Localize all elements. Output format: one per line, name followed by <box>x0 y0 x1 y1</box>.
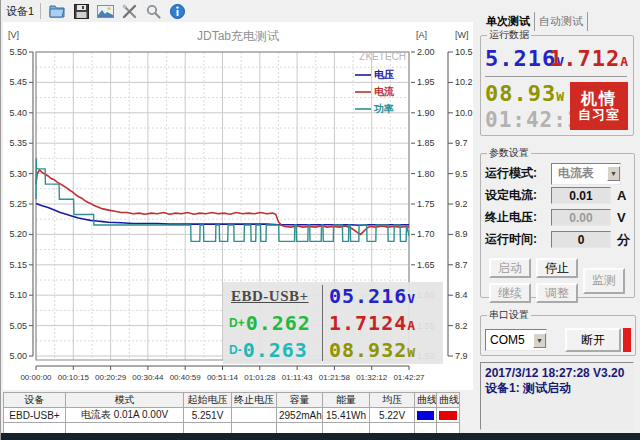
run-mode-select[interactable]: 电流表▼ <box>551 163 621 185</box>
svg-text:1.70: 1.70 <box>417 229 435 239</box>
run-data-separator <box>485 76 627 77</box>
svg-text:1.90: 1.90 <box>417 108 435 118</box>
table-cell <box>437 408 460 423</box>
set-current-label: 设定电流: <box>485 187 551 204</box>
svg-text:5.05: 5.05 <box>9 321 27 331</box>
svg-text:7.9: 7.9 <box>455 351 468 361</box>
device-tab-label[interactable]: 设备1 <box>6 4 34 19</box>
zoom-search-icon[interactable] <box>142 2 164 21</box>
svg-text:ZKETECH: ZKETECH <box>359 51 406 62</box>
run-time-input[interactable]: 0 <box>551 231 611 248</box>
continue-button[interactable]: 继续 <box>489 283 531 303</box>
svg-text:9.5: 9.5 <box>455 169 468 179</box>
com-port-select[interactable]: COM5▼ <box>485 329 547 351</box>
app-window: 设备1 JDTab充电测试 [V]5.505.455.405.355.305.2… <box>0 0 640 440</box>
table-header-cell: 容量 <box>277 393 323 408</box>
table-header-cell: 均压 <box>370 393 415 408</box>
monitor-button[interactable]: 监测 <box>583 268 625 294</box>
window-bottom-edge <box>1 433 640 440</box>
svg-text:01:11:43: 01:11:43 <box>282 373 313 382</box>
overlay-power: 08.932W <box>323 338 441 362</box>
svg-text:5.15: 5.15 <box>9 260 27 270</box>
settings-tools-icon[interactable] <box>118 2 140 21</box>
chart-panel: JDTab充电测试 [V]5.505.455.405.355.305.255.2… <box>3 22 473 390</box>
set-current-input[interactable]: 0.01 <box>551 187 611 204</box>
param-settings-title: 参数设置 <box>487 146 531 160</box>
stop-button[interactable]: 停止 <box>536 258 578 278</box>
run-mode-row: 运行模式: 电流表▼ <box>485 163 630 184</box>
table-header-cell: 起始电压 <box>184 393 232 408</box>
overlay-current: 1.7124A <box>323 311 441 335</box>
svg-text:2.00: 2.00 <box>417 47 435 57</box>
connection-status-indicator <box>623 328 631 352</box>
svg-text:00:10:15: 00:10:15 <box>58 373 90 382</box>
table-cell: 2952mAh <box>277 408 323 423</box>
svg-text:9.7: 9.7 <box>455 138 468 148</box>
serial-settings-title: 串口设置 <box>487 308 531 322</box>
chevron-down-icon[interactable]: ▼ <box>533 333 546 348</box>
curve-a-swatch <box>439 411 457 420</box>
open-folder-glyph <box>49 4 66 18</box>
disconnect-button[interactable]: 断开 <box>565 328 621 352</box>
run-data-group: 运行数据 5.216V 1.712A 08.93W 01:42:17 机情 自习… <box>480 28 634 136</box>
svg-text:电流: 电流 <box>374 86 395 97</box>
svg-text:10.0: 10.0 <box>455 108 473 118</box>
set-current-unit: A <box>617 188 626 203</box>
cutoff-voltage-row: 终止电压: 0.00 V <box>485 207 630 228</box>
start-button[interactable]: 启动 <box>489 258 531 278</box>
watermark-badge: 机情 自习室 <box>570 82 628 130</box>
run-power-display: 08.93W <box>485 81 565 106</box>
svg-text:00:00:00: 00:00:00 <box>20 373 52 382</box>
serial-settings-group: 串口设置 COM5▼ 断开 <box>480 308 636 356</box>
status-line-timestamp: 2017/3/12 18:27:28 V3.20 <box>485 366 629 381</box>
control-buttons: 启动 停止 监测 继续 调整 <box>489 258 630 303</box>
svg-text:00:30:44: 00:30:44 <box>132 373 164 382</box>
table-cell: 15.41Wh <box>323 408 370 423</box>
table-header-row: 设备模式起始电压终止电压容量能量均压曲线V曲线A <box>4 393 460 408</box>
svg-text:[W]: [W] <box>455 30 469 40</box>
svg-text:5.20: 5.20 <box>9 229 27 239</box>
svg-text:电压: 电压 <box>374 69 394 80</box>
svg-text:5.00: 5.00 <box>9 351 27 361</box>
svg-text:01:21:58: 01:21:58 <box>319 373 351 382</box>
chevron-down-icon[interactable]: ▼ <box>607 166 620 181</box>
run-time-unit: 分 <box>617 231 630 249</box>
svg-text:1.80: 1.80 <box>417 169 435 179</box>
chart-overlay-readout: EBD-USB+ 05.216V D+0.262 1.7124A D-0.263… <box>223 282 443 364</box>
toolbar-separator <box>40 3 41 19</box>
svg-text:功率: 功率 <box>373 103 394 114</box>
svg-text:1.85: 1.85 <box>417 138 435 148</box>
status-log: 2017/3/12 18:27:28 V3.20 设备1: 测试启动 <box>480 362 634 430</box>
export-image-icon[interactable] <box>94 2 116 21</box>
open-file-icon[interactable] <box>46 2 68 21</box>
svg-text:9.2: 9.2 <box>455 199 468 209</box>
info-glyph <box>170 4 185 19</box>
table-header-cell: 设备 <box>4 393 66 408</box>
table-cell <box>415 408 437 423</box>
overlay-voltage: 05.216V <box>323 284 441 308</box>
info-icon[interactable] <box>166 2 188 21</box>
cutoff-voltage-input[interactable]: 0.00 <box>551 209 611 226</box>
svg-text:00:40:59: 00:40:59 <box>170 373 202 382</box>
table-header-cell: 曲线A <box>437 393 460 408</box>
run-time-label: 运行时间: <box>485 231 551 248</box>
overlay-device-name: EBD-USB+ <box>225 288 322 305</box>
svg-text:00:51:14: 00:51:14 <box>207 373 239 382</box>
svg-text:[V]: [V] <box>8 30 19 40</box>
svg-text:5.30: 5.30 <box>9 169 27 179</box>
table-row[interactable]: EBD-USB+电流表 0.01A 0.00V5.251V2952mAh15.4… <box>4 408 460 423</box>
svg-text:5.25: 5.25 <box>9 199 27 209</box>
cutoff-voltage-label: 终止电压: <box>485 209 551 226</box>
svg-text:1.75: 1.75 <box>417 199 435 209</box>
svg-text:10.5: 10.5 <box>455 47 473 57</box>
svg-text:01:42:27: 01:42:27 <box>393 373 425 382</box>
svg-text:5.45: 5.45 <box>9 77 27 87</box>
table-header-cell: 曲线V <box>415 393 437 408</box>
tools-glyph <box>122 4 137 19</box>
svg-text:1.95: 1.95 <box>417 77 435 87</box>
adjust-button[interactable]: 调整 <box>536 283 578 303</box>
table-cell: 5.22V <box>370 408 415 423</box>
magnifier-glyph <box>146 4 161 19</box>
results-table: 设备模式起始电压终止电压容量能量均压曲线V曲线A EBD-USB+电流表 0.0… <box>3 392 460 436</box>
save-icon[interactable] <box>70 2 92 21</box>
